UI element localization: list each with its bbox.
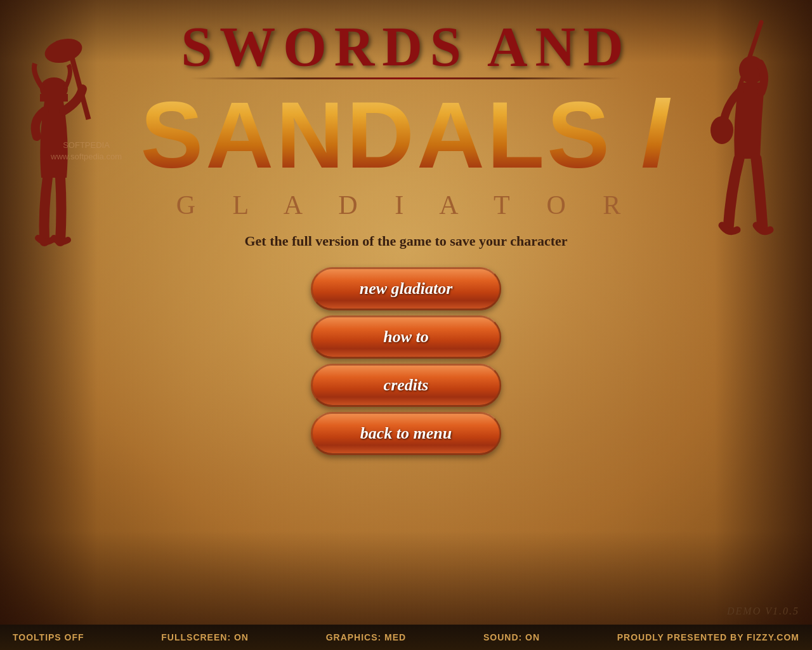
tagline: Get the full version of the game to save… xyxy=(244,233,567,249)
how-to-button[interactable]: how to xyxy=(311,315,501,359)
menu-buttons: new gladiator how to credits back to men… xyxy=(311,267,501,455)
title-divider xyxy=(190,77,622,79)
fullscreen-status[interactable]: FULLSCREEN: ON xyxy=(161,632,249,642)
demo-version-label: DEMO V1.0.5 xyxy=(727,606,799,617)
sound-status[interactable]: SOUND: ON xyxy=(483,632,540,642)
new-gladiator-button[interactable]: new gladiator xyxy=(311,267,501,310)
watermark-line1: SOFTPEDIA xyxy=(51,140,122,151)
credits-button[interactable]: credits xyxy=(311,364,501,407)
watermark-line2: www.softpedia.com xyxy=(51,151,122,162)
title-area: SWORDS AND SANDALS I G L A D I A T O R xyxy=(0,19,812,220)
credit-text: PROUDLY PRESENTED BY FIZZY.COM xyxy=(617,632,799,642)
gladiator-subtitle: G L A D I A T O R xyxy=(0,190,812,220)
title-line2: SANDALS I xyxy=(141,82,672,183)
title-line1: SWORDS AND xyxy=(0,19,812,75)
watermark: SOFTPEDIA www.softpedia.com xyxy=(51,140,122,162)
sandals-text: SANDALS I xyxy=(141,83,672,187)
status-bar: TOOLTIPS OFF FULLSCREEN: ON GRAPHICS: ME… xyxy=(0,625,812,650)
tooltips-status[interactable]: TOOLTIPS OFF xyxy=(13,632,84,642)
graphics-status[interactable]: GRAPHICS: MED xyxy=(326,632,407,642)
back-to-menu-button[interactable]: back to menu xyxy=(311,412,501,455)
main-content: SWORDS AND SANDALS I G L A D I A T O R S… xyxy=(0,0,812,625)
